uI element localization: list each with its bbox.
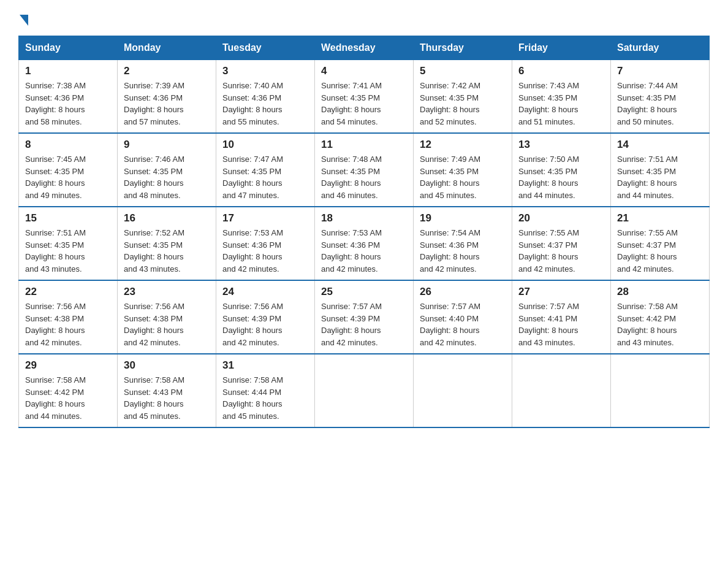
day-info: Sunrise: 7:58 AMSunset: 4:43 PMDaylight:… (124, 375, 184, 421)
day-number: 2 (124, 65, 210, 77)
day-info: Sunrise: 7:57 AMSunset: 4:40 PMDaylight:… (420, 302, 480, 347)
day-info: Sunrise: 7:51 AMSunset: 4:35 PMDaylight:… (617, 155, 678, 200)
logo (18, 12, 28, 23)
day-info: Sunrise: 7:38 AMSunset: 4:36 PMDaylight:… (25, 81, 86, 126)
day-info: Sunrise: 7:44 AMSunset: 4:35 PMDaylight:… (617, 81, 678, 126)
day-number: 7 (617, 65, 703, 77)
day-number: 16 (124, 212, 210, 224)
col-header-saturday: Saturday (611, 36, 710, 60)
day-info: Sunrise: 7:57 AMSunset: 4:39 PMDaylight:… (321, 302, 382, 347)
calendar-cell (414, 354, 512, 427)
calendar-cell: 12 Sunrise: 7:49 AMSunset: 4:35 PMDaylig… (414, 133, 512, 207)
col-header-monday: Monday (118, 36, 216, 60)
calendar-cell: 11 Sunrise: 7:48 AMSunset: 4:35 PMDaylig… (315, 133, 414, 207)
week-row-5: 29 Sunrise: 7:58 AMSunset: 4:42 PMDaylig… (19, 354, 710, 427)
calendar-cell: 3 Sunrise: 7:40 AMSunset: 4:36 PMDayligh… (216, 60, 315, 134)
calendar-cell: 9 Sunrise: 7:46 AMSunset: 4:35 PMDayligh… (118, 133, 216, 207)
calendar-cell: 21 Sunrise: 7:55 AMSunset: 4:37 PMDaylig… (611, 207, 710, 280)
calendar-cell: 10 Sunrise: 7:47 AMSunset: 4:35 PMDaylig… (216, 133, 315, 207)
day-info: Sunrise: 7:58 AMSunset: 4:42 PMDaylight:… (617, 302, 678, 347)
week-row-1: 1 Sunrise: 7:38 AMSunset: 4:36 PMDayligh… (19, 60, 710, 134)
day-number: 19 (420, 212, 506, 224)
calendar-cell: 6 Sunrise: 7:43 AMSunset: 4:35 PMDayligh… (512, 60, 611, 134)
day-number: 29 (25, 359, 111, 372)
day-number: 1 (25, 65, 111, 77)
day-info: Sunrise: 7:47 AMSunset: 4:35 PMDaylight:… (222, 155, 283, 200)
day-number: 11 (321, 139, 407, 151)
day-info: Sunrise: 7:56 AMSunset: 4:39 PMDaylight:… (222, 302, 283, 347)
calendar-cell (512, 354, 611, 427)
calendar-cell (611, 354, 710, 427)
day-number: 14 (617, 139, 703, 151)
calendar-cell: 28 Sunrise: 7:58 AMSunset: 4:42 PMDaylig… (611, 280, 710, 354)
day-number: 10 (222, 139, 308, 151)
calendar-cell: 20 Sunrise: 7:55 AMSunset: 4:37 PMDaylig… (512, 207, 611, 280)
day-info: Sunrise: 7:42 AMSunset: 4:35 PMDaylight:… (420, 81, 480, 126)
day-info: Sunrise: 7:52 AMSunset: 4:35 PMDaylight:… (124, 228, 184, 274)
calendar-cell: 17 Sunrise: 7:53 AMSunset: 4:36 PMDaylig… (216, 207, 315, 280)
day-number: 26 (420, 286, 506, 298)
calendar-header-row: SundayMondayTuesdayWednesdayThursdayFrid… (19, 36, 710, 60)
day-number: 22 (25, 286, 111, 298)
day-info: Sunrise: 7:50 AMSunset: 4:35 PMDaylight:… (518, 155, 579, 200)
calendar-cell: 26 Sunrise: 7:57 AMSunset: 4:40 PMDaylig… (414, 280, 512, 354)
day-number: 23 (124, 286, 210, 298)
day-number: 20 (518, 212, 604, 224)
col-header-friday: Friday (512, 36, 611, 60)
day-info: Sunrise: 7:58 AMSunset: 4:42 PMDaylight:… (25, 375, 86, 421)
day-number: 28 (617, 286, 703, 298)
day-info: Sunrise: 7:57 AMSunset: 4:41 PMDaylight:… (518, 302, 579, 347)
calendar-cell: 18 Sunrise: 7:53 AMSunset: 4:36 PMDaylig… (315, 207, 414, 280)
calendar-cell (315, 354, 414, 427)
calendar-cell: 4 Sunrise: 7:41 AMSunset: 4:35 PMDayligh… (315, 60, 414, 134)
col-header-thursday: Thursday (414, 36, 512, 60)
logo-arrow-icon (20, 15, 28, 26)
calendar-cell: 23 Sunrise: 7:56 AMSunset: 4:38 PMDaylig… (118, 280, 216, 354)
day-info: Sunrise: 7:53 AMSunset: 4:36 PMDaylight:… (222, 228, 283, 274)
calendar-cell: 31 Sunrise: 7:58 AMSunset: 4:44 PMDaylig… (216, 354, 315, 427)
day-info: Sunrise: 7:48 AMSunset: 4:35 PMDaylight:… (321, 155, 382, 200)
calendar-cell: 24 Sunrise: 7:56 AMSunset: 4:39 PMDaylig… (216, 280, 315, 354)
day-number: 31 (222, 359, 308, 372)
calendar-cell: 7 Sunrise: 7:44 AMSunset: 4:35 PMDayligh… (611, 60, 710, 134)
day-info: Sunrise: 7:55 AMSunset: 4:37 PMDaylight:… (617, 228, 678, 274)
day-info: Sunrise: 7:53 AMSunset: 4:36 PMDaylight:… (321, 228, 382, 274)
day-number: 3 (222, 65, 308, 77)
calendar-cell: 8 Sunrise: 7:45 AMSunset: 4:35 PMDayligh… (19, 133, 118, 207)
week-row-4: 22 Sunrise: 7:56 AMSunset: 4:38 PMDaylig… (19, 280, 710, 354)
week-row-3: 15 Sunrise: 7:51 AMSunset: 4:35 PMDaylig… (19, 207, 710, 280)
calendar-cell: 29 Sunrise: 7:58 AMSunset: 4:42 PMDaylig… (19, 354, 118, 427)
day-info: Sunrise: 7:46 AMSunset: 4:35 PMDaylight:… (124, 155, 184, 200)
day-info: Sunrise: 7:58 AMSunset: 4:44 PMDaylight:… (222, 375, 283, 421)
col-header-wednesday: Wednesday (315, 36, 414, 60)
calendar-cell: 16 Sunrise: 7:52 AMSunset: 4:35 PMDaylig… (118, 207, 216, 280)
day-info: Sunrise: 7:41 AMSunset: 4:35 PMDaylight:… (321, 81, 382, 126)
day-number: 21 (617, 212, 703, 224)
day-number: 27 (518, 286, 604, 298)
calendar-cell: 13 Sunrise: 7:50 AMSunset: 4:35 PMDaylig… (512, 133, 611, 207)
calendar-cell: 1 Sunrise: 7:38 AMSunset: 4:36 PMDayligh… (19, 60, 118, 134)
day-number: 24 (222, 286, 308, 298)
day-number: 17 (222, 212, 308, 224)
calendar-cell: 25 Sunrise: 7:57 AMSunset: 4:39 PMDaylig… (315, 280, 414, 354)
day-number: 15 (25, 212, 111, 224)
calendar-cell: 5 Sunrise: 7:42 AMSunset: 4:35 PMDayligh… (414, 60, 512, 134)
calendar-cell: 2 Sunrise: 7:39 AMSunset: 4:36 PMDayligh… (118, 60, 216, 134)
calendar-cell: 19 Sunrise: 7:54 AMSunset: 4:36 PMDaylig… (414, 207, 512, 280)
calendar-cell: 27 Sunrise: 7:57 AMSunset: 4:41 PMDaylig… (512, 280, 611, 354)
day-number: 30 (124, 359, 210, 372)
day-info: Sunrise: 7:40 AMSunset: 4:36 PMDaylight:… (222, 81, 283, 126)
day-number: 12 (420, 139, 506, 151)
calendar-cell: 15 Sunrise: 7:51 AMSunset: 4:35 PMDaylig… (19, 207, 118, 280)
day-info: Sunrise: 7:39 AMSunset: 4:36 PMDaylight:… (124, 81, 184, 126)
day-info: Sunrise: 7:54 AMSunset: 4:36 PMDaylight:… (420, 228, 480, 274)
day-info: Sunrise: 7:49 AMSunset: 4:35 PMDaylight:… (420, 155, 480, 200)
day-info: Sunrise: 7:55 AMSunset: 4:37 PMDaylight:… (518, 228, 579, 274)
calendar-cell: 14 Sunrise: 7:51 AMSunset: 4:35 PMDaylig… (611, 133, 710, 207)
day-info: Sunrise: 7:56 AMSunset: 4:38 PMDaylight:… (124, 302, 184, 347)
day-number: 13 (518, 139, 604, 151)
day-number: 5 (420, 65, 506, 77)
day-number: 6 (518, 65, 604, 77)
page-header (18, 12, 710, 23)
day-info: Sunrise: 7:45 AMSunset: 4:35 PMDaylight:… (25, 155, 86, 200)
